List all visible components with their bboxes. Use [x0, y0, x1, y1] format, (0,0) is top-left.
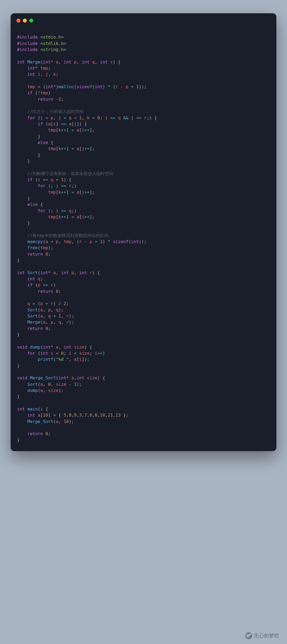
close-icon	[16, 19, 20, 23]
window-titlebar	[11, 13, 276, 25]
fn-sort: Sort	[27, 270, 38, 275]
wechat-icon	[245, 632, 252, 639]
minimize-icon	[23, 19, 27, 23]
watermark: 无心的梦呓	[245, 632, 279, 639]
comment-copy: //将tmp中的数据拷贝到原数组对应的区间	[27, 233, 108, 238]
code-block: #include <stdio.h> #include <stdlib.h> #…	[11, 25, 276, 451]
fn-merge-sort: Merge_Sort	[30, 375, 56, 380]
fn-dump: dump	[30, 345, 40, 350]
code-window: #include <stdio.h> #include <stdlib.h> #…	[11, 13, 276, 451]
fn-merge: Merge	[27, 60, 40, 65]
fn-main: main	[27, 406, 38, 412]
watermark-text: 无心的梦呓	[254, 632, 279, 639]
maximize-icon	[29, 19, 33, 23]
pp-include: #include	[17, 35, 38, 40]
comment-remain: //判断哪个还有剩余，将其全部放入临时空间	[27, 171, 113, 176]
comment-compare: //比大小，小的放入临时空间	[27, 109, 84, 114]
